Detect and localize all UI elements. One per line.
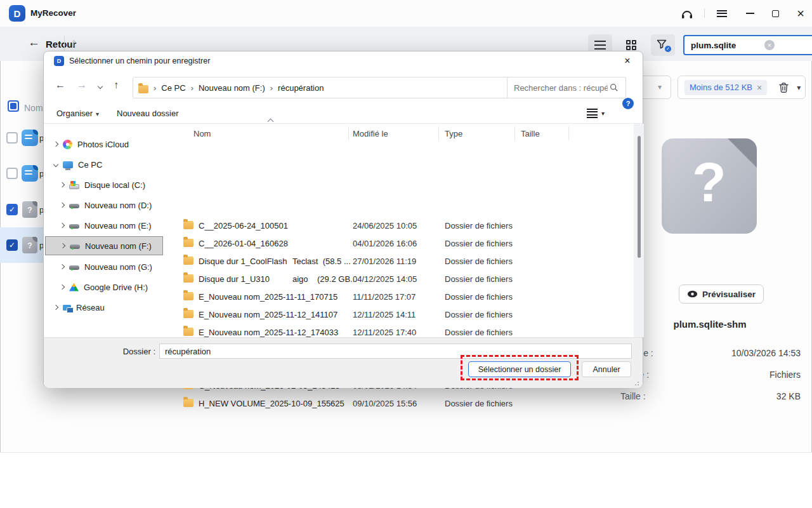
breadcrumb-item[interactable]: Nouveau nom (F:)	[199, 83, 265, 93]
search-input[interactable]	[683, 35, 812, 55]
tree-item-drive-e[interactable]: Nouveau nom (E:)	[60, 216, 168, 235]
file-row-selected[interactable]: ✓ ? pl	[0, 227, 43, 263]
tree-item-reseau[interactable]: Réseau	[54, 298, 168, 317]
trash-icon	[778, 82, 789, 93]
chevron-right-icon[interactable]	[53, 305, 58, 310]
support-headset-icon[interactable]	[674, 0, 700, 27]
breadcrumb-item[interactable]: Ce PC	[161, 83, 185, 93]
breadcrumb[interactable]: › Ce PC › Nouveau nom (F:) › récupératio…	[133, 77, 544, 98]
size-filter-chip[interactable]: Moins de 512 KB ×	[684, 80, 767, 95]
close-button[interactable]: ×	[788, 0, 812, 27]
menu-icon[interactable]	[709, 0, 735, 27]
column-header-modifie[interactable]: Modifié le	[353, 129, 388, 138]
drive-icon	[70, 244, 80, 249]
chevron-right-icon[interactable]	[60, 264, 65, 269]
filter-button[interactable]: ✓	[651, 34, 675, 56]
dialog-search-input[interactable]	[507, 77, 626, 98]
chevron-right-icon[interactable]	[60, 203, 65, 208]
new-folder-button[interactable]: Nouveau dossier	[117, 109, 179, 118]
unknown-file-icon: ?	[22, 201, 37, 218]
nav-up-icon[interactable]: ↑	[114, 79, 119, 91]
folder-row[interactable]: E_Nouveau nom_2025-11-12_141107 12/11/20…	[168, 305, 634, 323]
remove-filter-icon[interactable]: ×	[757, 83, 762, 92]
maximize-button[interactable]	[763, 0, 788, 27]
column-nom-header: Nom	[24, 103, 43, 113]
delete-filters-button[interactable]	[778, 82, 789, 93]
file-icon	[22, 165, 38, 182]
organize-menu[interactable]: Organiser▾	[56, 109, 99, 118]
chevron-right-icon[interactable]	[60, 223, 65, 228]
clear-search-icon[interactable]: ×	[764, 40, 775, 50]
row-checkbox[interactable]	[6, 132, 18, 144]
drive-icon	[69, 265, 79, 270]
back-arrow-icon[interactable]: ←	[28, 36, 40, 50]
folder-icon	[183, 310, 193, 318]
resize-grip[interactable]	[635, 380, 640, 385]
chevron-right-icon[interactable]	[60, 243, 65, 248]
chevron-right-icon[interactable]	[60, 284, 65, 290]
chevron-down-icon: ▾	[96, 110, 99, 117]
cancel-button[interactable]: Annuler	[582, 361, 631, 377]
select-all-checkbox[interactable]	[8, 100, 19, 112]
column-header-type[interactable]: Type	[445, 129, 462, 138]
drive-icon	[69, 224, 79, 229]
filter-icon: ✓	[657, 39, 669, 51]
help-icon[interactable]: ?	[622, 98, 634, 109]
row-checkbox-checked[interactable]: ✓	[6, 204, 18, 215]
folder-icon	[183, 239, 193, 247]
file-row[interactable]: pl	[0, 156, 43, 191]
minimize-button[interactable]	[737, 0, 763, 27]
folder-icon	[138, 85, 148, 93]
folder-row[interactable]: C__2025-06-24_100501 24/06/2025 10:05Dos…	[168, 217, 634, 234]
search-icon	[610, 83, 619, 92]
folder-row[interactable]: C__2026-01-04_160628 04/01/2026 16:06Dos…	[168, 234, 634, 252]
preview-button[interactable]: Prévisualiser	[679, 284, 764, 304]
nav-forward-icon[interactable]: →	[77, 79, 87, 91]
row-checkbox[interactable]	[6, 168, 18, 179]
chevron-down-icon[interactable]	[53, 162, 58, 167]
breadcrumb-separator: ›	[270, 83, 273, 93]
chevron-down-icon[interactable]: ▾	[797, 83, 801, 92]
scrollbar[interactable]	[634, 124, 644, 337]
view-options-button[interactable]: ▾	[587, 107, 605, 120]
search-bar: ×	[683, 35, 800, 55]
up-arrow-icon[interactable]: ↑	[71, 36, 77, 50]
row-checkbox-checked[interactable]: ✓	[6, 239, 18, 251]
folder-icon	[183, 292, 193, 300]
column-header-nom[interactable]: Nom	[193, 129, 211, 138]
tree-item-photos-icloud[interactable]: Photos iCloud	[54, 135, 168, 154]
breadcrumb-item[interactable]: récupération	[278, 83, 324, 93]
folder-row[interactable]: E_Nouveau nom_2025-11-11_170715 11/11/20…	[168, 288, 634, 305]
view-options-icon	[587, 107, 598, 120]
breadcrumb-separator: ›	[191, 83, 193, 93]
folder-row[interactable]: Disque dur 1_CoolFlashTeclast (58.5 ... …	[168, 252, 634, 270]
grid-view-icon	[626, 40, 636, 50]
tree-item-google-drive[interactable]: Google Drive (H:)	[60, 277, 168, 297]
drive-icon	[69, 204, 79, 208]
tree-item-drive-f-selected[interactable]: Nouveau nom (F:)	[45, 236, 163, 255]
tree-item-drive-d[interactable]: Nouveau nom (D:)	[60, 196, 168, 215]
scrollbar-thumb[interactable]	[638, 136, 641, 258]
dialog-command-bar: Organiser▾ Nouveau dossier ▾ ?	[44, 104, 643, 124]
file-row[interactable]: ✓ ? pl	[0, 192, 43, 227]
filter-active-badge: ✓	[665, 46, 671, 52]
unknown-file-icon: ?	[22, 237, 37, 253]
tree-item-drive-g[interactable]: Nouveau nom (G:)	[60, 257, 168, 276]
nav-back-icon[interactable]: ←	[55, 79, 65, 91]
tree-item-disque-c[interactable]: Disque local (C:)	[60, 175, 168, 194]
dialog-close-button[interactable]: ×	[617, 51, 638, 70]
tree-item-ce-pc[interactable]: Ce PC	[54, 155, 168, 174]
column-header-taille[interactable]: Taille	[521, 129, 540, 138]
folder-row[interactable]: H_NEW VOLUME_2025-10-09_155625 09/10/202…	[168, 394, 634, 412]
myrecover-logo-icon: D	[54, 56, 64, 66]
chevron-right-icon[interactable]	[53, 142, 58, 147]
chevron-right-icon[interactable]	[60, 182, 65, 187]
folder-row[interactable]: Disque dur 1_U310aigo (29.2 GB... 04/12/…	[168, 270, 634, 288]
folder-list: Nom Modifié le Type Taille C__2025-06-24…	[168, 124, 644, 337]
folder-tree: Photos iCloud Ce PC Disque local (C:) No…	[44, 124, 168, 337]
file-row[interactable]: pl	[0, 120, 43, 156]
dialog-title: Sélectionner un chemin pour enregistrer	[69, 57, 210, 65]
nav-recent-chevron-icon[interactable]	[98, 82, 102, 90]
titlebar: D MyRecover ×	[0, 0, 812, 27]
chevron-down-icon: ▾	[601, 110, 605, 117]
